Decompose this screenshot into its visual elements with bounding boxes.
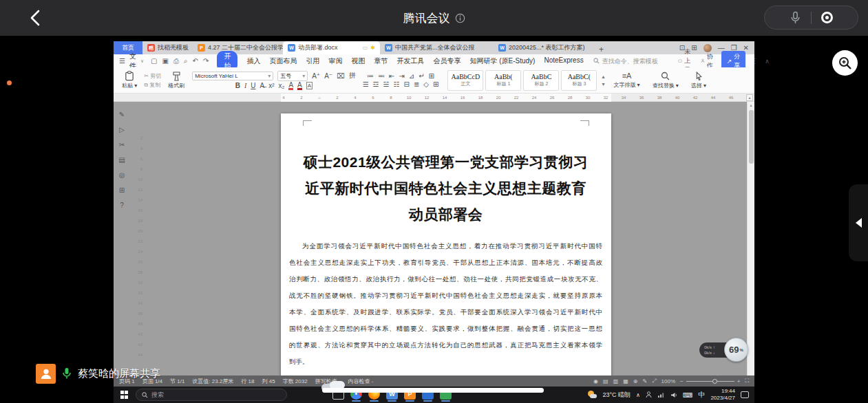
magnify-button[interactable] — [832, 50, 858, 76]
comment-bubble-icon[interactable]: ▭ — [363, 45, 368, 51]
underline-button[interactable]: U — [251, 82, 255, 89]
paragraph-tool-icon[interactable]: ⊞ — [429, 72, 434, 80]
command-search[interactable] — [593, 58, 678, 65]
style-heading3[interactable]: AaBbC( 标题 3 — [561, 70, 597, 91]
fullscreen-view-icon[interactable]: ⊕ — [633, 378, 638, 384]
status-item[interactable]: 内容检查 - — [348, 378, 374, 385]
zoom-track[interactable] — [686, 381, 734, 382]
tab-docer-templates[interactable]: 稻 找稻壳模板 — [142, 41, 193, 54]
paragraph-tool-icon[interactable]: ≕ — [378, 72, 385, 80]
keyboard-icon[interactable]: ⌨ — [683, 391, 692, 399]
horizontal-ruler[interactable]: 42⌂2468101214161820222426283032343638404… — [114, 94, 754, 102]
side-tool-icon[interactable]: ? — [116, 198, 128, 213]
alignment-tool-icon[interactable]: ☷ — [394, 80, 400, 88]
network-icon[interactable] — [657, 392, 665, 398]
ribbon-menu-item[interactable]: 视图 — [351, 56, 365, 66]
bold-button[interactable]: B — [235, 82, 240, 89]
float-ball-circle[interactable]: 69% — [724, 338, 748, 362]
ribbon-menu-item[interactable]: 引用 — [306, 56, 319, 66]
italic-button[interactable]: I — [244, 82, 246, 89]
paragraph-tool-icon[interactable]: ⇥ — [399, 72, 404, 80]
side-tool-icon[interactable]: ✎ — [116, 107, 128, 122]
volume-icon[interactable] — [670, 392, 677, 398]
zoom-knob[interactable] — [712, 379, 717, 384]
quick-access-icon[interactable]: ⎙ — [173, 57, 179, 65]
font-size-select[interactable]: 五号▾ — [277, 71, 308, 81]
ruler-toggle-icon[interactable]: ▴ — [746, 94, 753, 101]
paragraph-tool-icon[interactable]: ↵ — [419, 72, 424, 80]
side-tool-icon[interactable]: ✂ — [116, 138, 128, 153]
status-item[interactable]: 字数 2032 — [283, 378, 308, 385]
alignment-tool-icon[interactable]: ⊟ — [404, 80, 410, 88]
quick-access-icon[interactable]: ↶ — [193, 57, 198, 65]
tab-presentation[interactable]: P 4.27 二十届二中全会公报学习 — [193, 41, 283, 54]
font-color-button[interactable]: A — [297, 82, 302, 90]
ribbon-menu-item[interactable]: 审阅 — [328, 56, 342, 66]
ribbon-menu-item[interactable]: 页面布局 — [269, 56, 297, 66]
clock[interactable]: 19:44 2023/4/27 — [710, 388, 735, 402]
zoom-out-button[interactable]: − — [680, 378, 684, 384]
side-tool-icon[interactable]: ▷ — [116, 122, 128, 138]
style-normal[interactable]: AaBbCcD 正文 — [447, 70, 483, 91]
styles-scroll-down[interactable]: ▾ — [602, 81, 604, 87]
info-icon[interactable] — [455, 13, 465, 23]
side-tool-icon[interactable]: ◎ — [116, 168, 128, 183]
font-tool-icon[interactable]: A⁺ — [312, 72, 320, 80]
weather-text[interactable]: 23°C 晴朗 — [602, 391, 631, 400]
alignment-tool-icon[interactable]: ☲ — [373, 80, 379, 88]
collapse-ribbon-icon[interactable]: ∧ — [765, 58, 770, 65]
quick-access-icon[interactable]: ▣ — [162, 57, 169, 65]
record-button[interactable] — [821, 12, 833, 23]
status-item[interactable]: 设置值: 23.2厘米 — [192, 378, 233, 385]
status-item[interactable]: 行 18 — [241, 378, 254, 385]
share-scroll-indicator[interactable] — [322, 388, 544, 393]
ribbon-menu-item[interactable]: 章节 — [374, 56, 388, 66]
ime-indicator[interactable]: 中 — [698, 390, 705, 400]
font-tool-icon[interactable]: 拼 — [349, 71, 356, 80]
format-painter-button[interactable]: 格式刷 — [164, 72, 189, 89]
paste-button[interactable]: 粘贴 ▾ — [118, 71, 141, 89]
taskbar-search-input[interactable] — [151, 391, 262, 398]
select-button[interactable]: 选择 ▾ — [685, 72, 712, 89]
status-item[interactable]: 节 1/1 — [170, 378, 184, 385]
status-item[interactable]: 列 45 — [262, 378, 275, 385]
notification-center-icon[interactable] — [741, 391, 749, 398]
mic-button[interactable] — [790, 11, 801, 25]
paragraph-tool-icon[interactable]: ⊿ — [409, 72, 414, 80]
fit-page-icon[interactable]: ⤢ — [652, 378, 656, 384]
tab-active-document[interactable]: W 动员部署.docx ▭ ✱ — [283, 41, 380, 54]
ribbon-menu-item[interactable]: 插入 — [246, 56, 260, 66]
edit-mode-icon[interactable]: ✎ — [642, 378, 647, 384]
text-layout-button[interactable]: ≡A 文字排版 ▾ — [607, 72, 646, 89]
strikethrough-button[interactable]: A̶ — [260, 82, 265, 89]
quick-access-icon[interactable]: ▢ — [151, 57, 157, 65]
paragraph-tool-icon[interactable]: ≔ — [367, 72, 374, 80]
side-panel-toggle[interactable] — [849, 184, 868, 261]
document-canvas[interactable]: ✎▷✂▤◎⊞? 24681012141618202224262830323436… — [114, 102, 754, 375]
command-search-input[interactable] — [602, 58, 678, 65]
eye-protect-icon[interactable]: ◉ — [593, 378, 598, 384]
copy-button[interactable]: ⧉ 复制 — [144, 81, 161, 89]
alignment-tool-icon[interactable]: ◇ — [423, 80, 429, 88]
web-view-icon[interactable]: ▦ — [623, 378, 628, 384]
alignment-tool-icon[interactable]: ☱ — [383, 80, 390, 88]
start-button[interactable] — [120, 391, 129, 399]
style-heading2[interactable]: AaBbC 标题 2 — [523, 70, 559, 91]
font-family-select[interactable]: Microsoft YaHei L▾ — [192, 72, 273, 80]
alignment-tool-icon[interactable]: ⊞ — [433, 80, 438, 88]
taskbar-search[interactable] — [136, 389, 287, 401]
tab-document-3[interactable]: W 20200425...* 表彰工作方案) — [494, 41, 593, 54]
hamburger-icon[interactable]: ☰ — [119, 57, 125, 65]
zoom-level[interactable]: 100% — [661, 378, 675, 384]
star-icon[interactable]: ✱ — [370, 45, 375, 51]
side-tool-icon[interactable]: ⊞ — [116, 183, 128, 198]
tray-chevron-icon[interactable]: ∧ — [636, 392, 640, 398]
find-replace-button[interactable]: 查找替换 ▾ — [646, 72, 685, 89]
scroll-up-arrow[interactable]: ▲ — [748, 102, 754, 109]
fullscreen-icon[interactable]: ⛶ — [745, 378, 749, 384]
character-border-button[interactable]: A — [306, 82, 313, 89]
cut-button[interactable]: ✂ 剪切 — [144, 72, 161, 80]
font-tool-icon[interactable]: ⌧ — [337, 72, 345, 80]
zoom-slider[interactable]: − + — [680, 378, 740, 384]
vertical-scrollbar[interactable]: ▲ — [747, 102, 754, 375]
